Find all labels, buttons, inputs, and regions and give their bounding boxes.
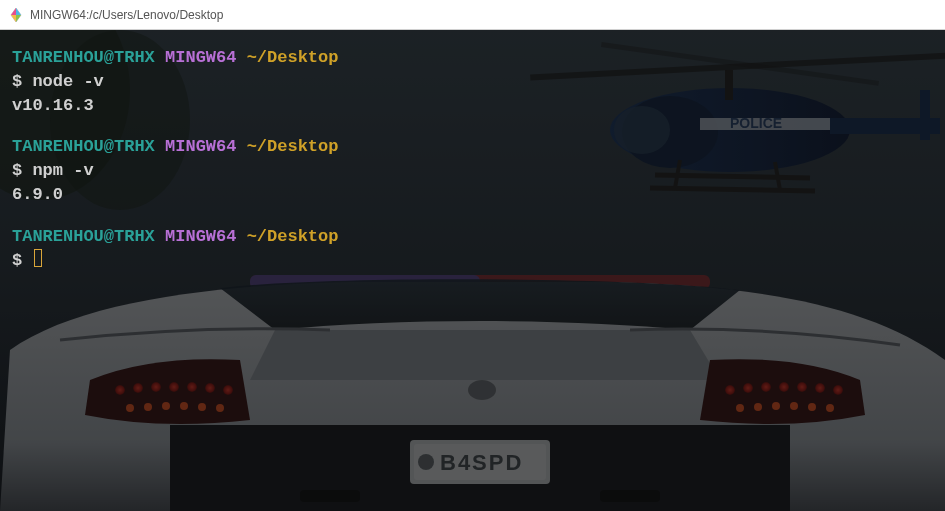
prompt-line: TANRENHOU@TRHX MINGW64 ~/Desktop bbox=[12, 135, 933, 159]
prompt-symbol: $ bbox=[12, 72, 22, 91]
svg-point-31 bbox=[151, 382, 161, 392]
svg-point-37 bbox=[144, 403, 152, 411]
output-line: 6.9.0 bbox=[12, 183, 933, 207]
svg-point-42 bbox=[725, 385, 735, 395]
svg-rect-57 bbox=[600, 490, 660, 502]
svg-point-29 bbox=[115, 385, 125, 395]
svg-point-38 bbox=[162, 402, 170, 410]
window-title: MINGW64:/c/Users/Lenovo/Desktop bbox=[30, 8, 223, 22]
svg-point-53 bbox=[808, 403, 816, 411]
svg-point-46 bbox=[797, 382, 807, 392]
svg-point-54 bbox=[826, 404, 834, 412]
output-line: v10.16.3 bbox=[12, 94, 933, 118]
command-text: npm -v bbox=[32, 161, 93, 180]
svg-point-49 bbox=[736, 404, 744, 412]
prompt-user: TANRENHOU@TRHX bbox=[12, 137, 155, 156]
svg-point-52 bbox=[790, 402, 798, 410]
prompt-line: TANRENHOU@TRHX MINGW64 ~/Desktop bbox=[12, 225, 933, 249]
svg-marker-1 bbox=[16, 8, 21, 15]
window-titlebar[interactable]: MINGW64:/c/Users/Lenovo/Desktop bbox=[0, 0, 945, 30]
svg-point-43 bbox=[743, 383, 753, 393]
svg-point-28 bbox=[418, 454, 434, 470]
svg-point-41 bbox=[216, 404, 224, 412]
prompt-path: ~/Desktop bbox=[247, 48, 339, 67]
prompt-line: TANRENHOU@TRHX MINGW64 ~/Desktop bbox=[12, 46, 933, 70]
prompt-user: TANRENHOU@TRHX bbox=[12, 48, 155, 67]
svg-point-45 bbox=[779, 382, 789, 392]
terminal-area[interactable]: POLICE B4SPD bbox=[0, 30, 945, 511]
svg-point-47 bbox=[815, 383, 825, 393]
svg-point-39 bbox=[180, 402, 188, 410]
svg-text:B4SPD: B4SPD bbox=[440, 450, 523, 475]
svg-point-36 bbox=[126, 404, 134, 412]
svg-point-32 bbox=[169, 382, 179, 392]
svg-rect-25 bbox=[410, 440, 550, 484]
svg-rect-56 bbox=[300, 490, 360, 502]
prompt-env: MINGW64 bbox=[165, 227, 236, 246]
mingw-diamond-icon bbox=[8, 7, 24, 23]
svg-point-30 bbox=[133, 383, 143, 393]
prompt-symbol: $ bbox=[12, 161, 22, 180]
prompt-env: MINGW64 bbox=[165, 137, 236, 156]
svg-point-55 bbox=[468, 380, 496, 400]
svg-point-35 bbox=[223, 385, 233, 395]
svg-rect-26 bbox=[414, 444, 546, 480]
svg-marker-2 bbox=[11, 8, 16, 15]
prompt-symbol: $ bbox=[12, 251, 22, 270]
svg-point-44 bbox=[761, 382, 771, 392]
active-command-line[interactable]: $ bbox=[12, 249, 933, 273]
command-line: $ npm -v bbox=[12, 159, 933, 183]
svg-point-51 bbox=[772, 402, 780, 410]
svg-point-50 bbox=[754, 403, 762, 411]
command-line: $ node -v bbox=[12, 70, 933, 94]
cursor-icon bbox=[34, 249, 42, 267]
prompt-path: ~/Desktop bbox=[247, 137, 339, 156]
prompt-user: TANRENHOU@TRHX bbox=[12, 227, 155, 246]
svg-rect-24 bbox=[170, 425, 790, 511]
prompt-env: MINGW64 bbox=[165, 48, 236, 67]
svg-point-40 bbox=[198, 403, 206, 411]
svg-point-48 bbox=[833, 385, 843, 395]
terminal-content: TANRENHOU@TRHX MINGW64 ~/Desktop $ node … bbox=[0, 30, 945, 288]
svg-point-33 bbox=[187, 382, 197, 392]
prompt-path: ~/Desktop bbox=[247, 227, 339, 246]
command-text: node -v bbox=[32, 72, 103, 91]
svg-point-34 bbox=[205, 383, 215, 393]
